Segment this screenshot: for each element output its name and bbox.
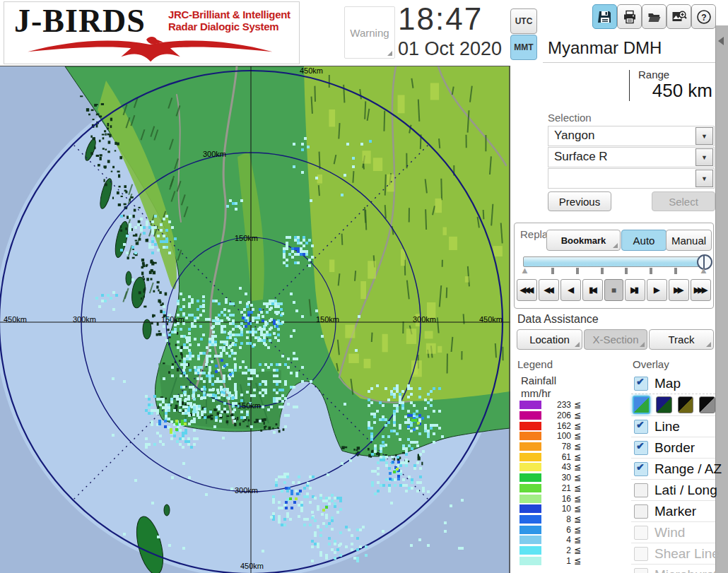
legend-swatch xyxy=(519,557,541,565)
station-title: Myanmar DMH xyxy=(548,38,662,58)
range-value: 450 km xyxy=(652,80,712,102)
overlay-item-range-az[interactable]: ✔ Range / AZ xyxy=(631,459,715,480)
svg-text:?: ? xyxy=(701,12,706,22)
legend-swatch xyxy=(519,536,541,544)
export-image-button[interactable] xyxy=(667,4,691,29)
open-folder-button[interactable] xyxy=(642,4,667,29)
track-button[interactable]: Track xyxy=(649,329,714,350)
save-button[interactable] xyxy=(592,4,617,29)
legend-label: Legend xyxy=(517,358,553,370)
x-section-button[interactable]: X-Section xyxy=(584,329,647,350)
radar-map[interactable]: 450km 300km 150km 150km 300km 450km 450k… xyxy=(0,66,510,573)
print-icon xyxy=(623,10,637,24)
ring-label: 300km xyxy=(235,486,258,495)
previous-button[interactable]: Previous xyxy=(548,191,611,211)
ring-label: 300km xyxy=(413,315,436,324)
utc-button[interactable]: UTC xyxy=(510,8,537,34)
chevron-down-icon[interactable]: ▼ xyxy=(695,170,713,187)
range-az-checkbox[interactable]: ✔ xyxy=(634,462,648,476)
overlay-label: Overlay xyxy=(633,358,669,370)
replay-slider-ticks: ▲ ▲ xyxy=(520,266,708,277)
ring-label: 450km xyxy=(4,315,27,324)
option-dropdown[interactable]: ▼ xyxy=(548,168,715,189)
logo-tagline: JRC-Brilliant & Intelligent Radar Dialog… xyxy=(168,8,290,33)
ring-label: 150km xyxy=(237,401,261,410)
legend-swatch xyxy=(519,495,541,503)
help-icon: ? xyxy=(696,9,712,25)
ring-label: 450km xyxy=(479,315,503,324)
forward-fast-button[interactable]: ▶▶ xyxy=(669,279,689,301)
legend-swatch xyxy=(519,401,541,409)
map-style-terrain[interactable] xyxy=(633,396,650,414)
line-checkbox[interactable]: ✔ xyxy=(634,420,648,434)
legend-scale: 233≦ 206≦ 162≦ 100≦ 78≦ 61≦ 43≦ 30≦ 21≦ … xyxy=(519,400,581,566)
chevron-down-icon[interactable]: ▼ xyxy=(695,127,713,145)
overlay-item-lati-long[interactable]: ✔ Lati / Long xyxy=(631,480,715,501)
legend-swatch xyxy=(519,422,541,430)
overlay-item-map[interactable]: ✔ Map xyxy=(631,373,715,394)
site-dropdown[interactable]: Yangon ▼ xyxy=(548,126,715,146)
product-dropdown[interactable]: Surface R ▼ xyxy=(548,147,715,167)
border-checkbox[interactable]: ✔ xyxy=(634,441,648,455)
map-style-gray[interactable] xyxy=(699,396,715,413)
marker-checkbox[interactable]: ✔ xyxy=(634,504,648,519)
manual-button[interactable]: Manual xyxy=(666,230,712,251)
rewind-fastest-button[interactable]: ◀◀◀ xyxy=(517,279,537,301)
legend-swatch xyxy=(519,515,541,524)
overlay-item-shear-line: ✔ Shear Line xyxy=(631,543,715,565)
slider-end-marker: ▲ xyxy=(699,266,708,276)
playback-controls: ◀◀◀ ◀◀ ◀ ▮◀ ■ ▶▮ ▶ ▶▶ ▶▶▶ xyxy=(517,279,711,301)
overlay-item-line[interactable]: ✔ Line xyxy=(631,416,715,437)
replay-panel: Replay Bookmark Auto Manual ▲ ▲ ◀◀◀ ◀◀ ◀… xyxy=(514,223,714,309)
shear-line-checkbox: ✔ xyxy=(634,547,648,561)
data-assistance-label: Data Assistance xyxy=(517,313,599,326)
overlay-item-marker[interactable]: ✔ Marker xyxy=(631,501,715,522)
step-forward-button[interactable]: ▶▮ xyxy=(625,279,645,301)
open-folder-icon xyxy=(647,10,662,24)
overlay-item-wind: ✔ Wind xyxy=(631,522,715,543)
forward-fastest-button[interactable]: ▶▶▶ xyxy=(691,279,711,301)
ring-label: 150km xyxy=(316,315,339,324)
range-label: Range xyxy=(638,69,669,81)
ring-label: 450km xyxy=(300,66,323,75)
ring-label: 300km xyxy=(73,315,96,324)
auto-button[interactable]: Auto xyxy=(621,230,667,251)
overlay-list: ✔ Map ✔ Line ✔ Border ✔ Range / AZ ✔ Lat… xyxy=(631,373,715,573)
legend-swatch xyxy=(519,463,541,471)
collapse-arrow-icon[interactable] xyxy=(718,37,724,45)
slider-start-marker: ▲ xyxy=(520,266,529,276)
bookmark-button[interactable]: Bookmark xyxy=(546,230,621,251)
overlay-item-border[interactable]: ✔ Border xyxy=(631,437,715,459)
warning-button[interactable]: Warning xyxy=(344,6,395,59)
legend-swatch xyxy=(519,504,541,513)
help-button[interactable]: ? xyxy=(691,4,716,29)
step-back-button[interactable]: ▮◀ xyxy=(582,279,603,301)
location-button[interactable]: Location xyxy=(517,329,582,350)
play-backward-button[interactable]: ◀ xyxy=(560,279,581,301)
mmt-button[interactable]: MMT xyxy=(510,35,537,60)
ring-label: 300km xyxy=(203,150,226,158)
legend-title: Rainfall mm/hr xyxy=(521,374,556,400)
stop-button[interactable]: ■ xyxy=(604,279,623,301)
map-checkbox[interactable]: ✔ xyxy=(634,377,648,391)
rewind-fast-button[interactable]: ◀◀ xyxy=(539,279,559,301)
clock-time: 18:47 xyxy=(398,1,483,37)
select-button[interactable]: Select xyxy=(652,191,715,211)
legend-swatch xyxy=(519,432,541,440)
save-icon xyxy=(598,10,612,24)
range-box: Range 450 km xyxy=(548,66,714,105)
print-button[interactable] xyxy=(617,4,642,29)
map-style-olive[interactable] xyxy=(678,396,694,413)
ring-label: 450km xyxy=(240,562,264,570)
legend-swatch xyxy=(519,453,541,461)
ring-label: 150km xyxy=(235,234,258,242)
play-button[interactable]: ▶ xyxy=(647,279,667,301)
map-style-dark[interactable] xyxy=(656,396,672,413)
eagle-logo-icon xyxy=(10,35,293,63)
lati-long-checkbox[interactable]: ✔ xyxy=(634,483,648,497)
divider xyxy=(629,70,630,101)
chevron-down-icon[interactable]: ▼ xyxy=(695,148,713,166)
legend-swatch xyxy=(519,484,541,492)
overlay-item-microburst: ✔ Microburst xyxy=(631,565,715,573)
legend-swatch xyxy=(519,526,541,534)
